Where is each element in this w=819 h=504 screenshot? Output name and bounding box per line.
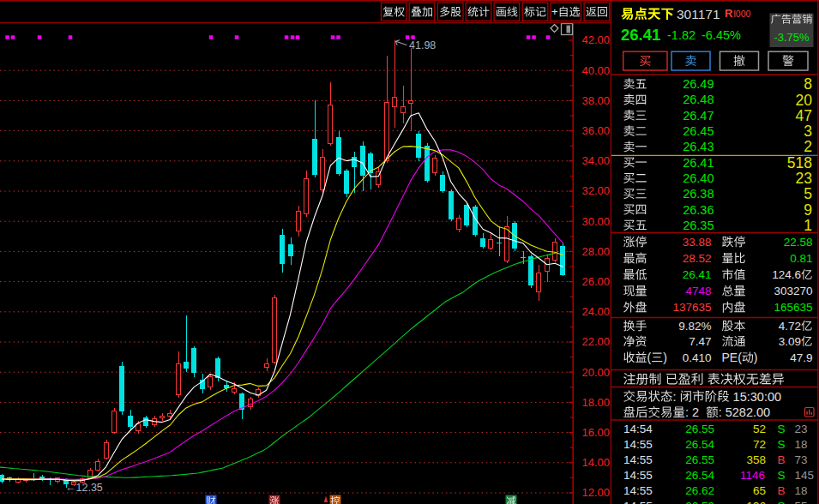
svg-text:34.00: 34.00 (581, 154, 610, 167)
svg-text:): ) (663, 351, 667, 364)
svg-text:4.72: 4.72 (779, 320, 801, 333)
svg-text:26.48: 26.48 (683, 93, 714, 106)
svg-text:16.00: 16.00 (581, 426, 610, 439)
svg-text:165635: 165635 (774, 301, 813, 314)
svg-text:-6.45%: -6.45% (702, 28, 741, 42)
svg-text:52: 52 (753, 423, 766, 435)
svg-text:30.00: 30.00 (581, 215, 610, 228)
svg-text:47.9: 47.9 (790, 351, 812, 364)
svg-text:14:55: 14:55 (623, 500, 653, 504)
svg-text:33.88: 33.88 (683, 236, 712, 249)
svg-text:8: 8 (804, 75, 812, 93)
svg-text:18: 18 (795, 484, 808, 497)
svg-text:55: 55 (795, 500, 808, 504)
svg-text:26.43: 26.43 (683, 140, 714, 153)
svg-text:PE(: PE( (722, 351, 743, 364)
svg-text:73: 73 (795, 453, 808, 466)
svg-text:65: 65 (753, 484, 766, 497)
svg-text:18: 18 (795, 438, 808, 451)
svg-text:S: S (778, 500, 786, 504)
svg-text:9: 9 (804, 201, 812, 219)
svg-text:←12.35: ←12.35 (65, 482, 103, 494)
svg-text:): ) (754, 351, 758, 364)
svg-text:23: 23 (796, 170, 812, 187)
svg-text:26.41: 26.41 (683, 268, 712, 281)
svg-text:26.41: 26.41 (621, 26, 660, 44)
svg-text:72: 72 (753, 438, 766, 451)
svg-text:36.00: 36.00 (581, 124, 610, 137)
svg-text:S: S (778, 423, 786, 435)
svg-text:42.00: 42.00 (581, 33, 610, 46)
svg-text:B: B (778, 453, 786, 466)
svg-text:l000: l000 (734, 9, 751, 19)
svg-text:-1.82: -1.82 (667, 28, 696, 42)
svg-text:3.09: 3.09 (779, 335, 801, 348)
svg-text:14:55: 14:55 (623, 484, 653, 497)
svg-text:196: 196 (747, 500, 767, 504)
svg-text:9.82%: 9.82% (678, 320, 711, 333)
svg-text:137635: 137635 (673, 301, 712, 314)
svg-text:32.00: 32.00 (581, 184, 610, 197)
svg-text:15:30:00: 15:30:00 (730, 390, 781, 404)
svg-text:301171: 301171 (677, 7, 720, 21)
svg-text:26.35: 26.35 (683, 219, 714, 232)
svg-text:2: 2 (804, 138, 812, 155)
svg-text:145: 145 (795, 469, 815, 482)
svg-text:+: + (551, 5, 558, 18)
svg-text:7.47: 7.47 (689, 335, 711, 348)
svg-text:26.49: 26.49 (683, 77, 714, 91)
svg-text:26.47: 26.47 (683, 109, 714, 123)
svg-text:14:55: 14:55 (623, 453, 653, 466)
svg-text:26.55: 26.55 (685, 453, 714, 466)
svg-text:14:55: 14:55 (623, 469, 653, 482)
svg-text:38.00: 38.00 (581, 94, 610, 107)
svg-text:-3.75%: -3.75% (774, 31, 810, 44)
svg-text:12.00: 12.00 (581, 486, 610, 499)
svg-text:40.00: 40.00 (581, 64, 610, 77)
svg-text:: 2: : 2 (685, 405, 706, 419)
svg-text:5: 5 (804, 185, 812, 202)
svg-text:14:55: 14:55 (623, 438, 653, 451)
svg-text:B: B (778, 484, 786, 497)
svg-text:22.58: 22.58 (784, 236, 813, 249)
svg-text:S: S (778, 469, 786, 482)
svg-text::: : (673, 390, 680, 404)
svg-text:26.00: 26.00 (581, 275, 610, 288)
svg-text:20: 20 (796, 92, 813, 109)
svg-text:124.6: 124.6 (772, 268, 801, 281)
svg-text:41.98: 41.98 (409, 39, 436, 51)
svg-text:: 5282.00: : 5282.00 (719, 405, 770, 419)
svg-text:47: 47 (796, 107, 812, 124)
svg-text:0.81: 0.81 (790, 252, 812, 265)
svg-text:23: 23 (795, 423, 808, 435)
svg-text:26.38: 26.38 (683, 187, 714, 201)
svg-text:R: R (725, 7, 733, 20)
svg-text:26.62: 26.62 (685, 484, 714, 497)
svg-text:303270: 303270 (774, 285, 813, 297)
svg-text:26.50: 26.50 (685, 500, 714, 504)
svg-text:358: 358 (747, 453, 767, 466)
svg-text:518: 518 (787, 154, 812, 171)
svg-text:28.52: 28.52 (683, 252, 712, 265)
svg-text:26.54: 26.54 (685, 469, 714, 482)
svg-text:14:54: 14:54 (623, 423, 653, 435)
svg-text:0.410: 0.410 (683, 351, 712, 364)
svg-text:S: S (778, 438, 786, 451)
svg-text:22.00: 22.00 (581, 335, 610, 348)
svg-text:26.36: 26.36 (683, 203, 714, 217)
svg-text:26.41: 26.41 (683, 156, 714, 170)
svg-text:26.55: 26.55 (685, 423, 714, 435)
svg-text:26.54: 26.54 (685, 438, 714, 451)
svg-text:18.00: 18.00 (581, 396, 610, 409)
svg-text:(: ( (647, 351, 652, 364)
svg-text:1: 1 (804, 217, 812, 234)
svg-text:3: 3 (804, 123, 812, 140)
svg-text:4748: 4748 (686, 285, 712, 297)
svg-text:20.00: 20.00 (581, 366, 610, 379)
svg-text:26.45: 26.45 (683, 124, 714, 138)
svg-text:28.00: 28.00 (581, 245, 610, 258)
svg-text:1146: 1146 (740, 469, 765, 482)
svg-text:14.00: 14.00 (581, 456, 610, 469)
svg-text:26.40: 26.40 (683, 171, 714, 185)
svg-text:24.00: 24.00 (581, 305, 610, 318)
